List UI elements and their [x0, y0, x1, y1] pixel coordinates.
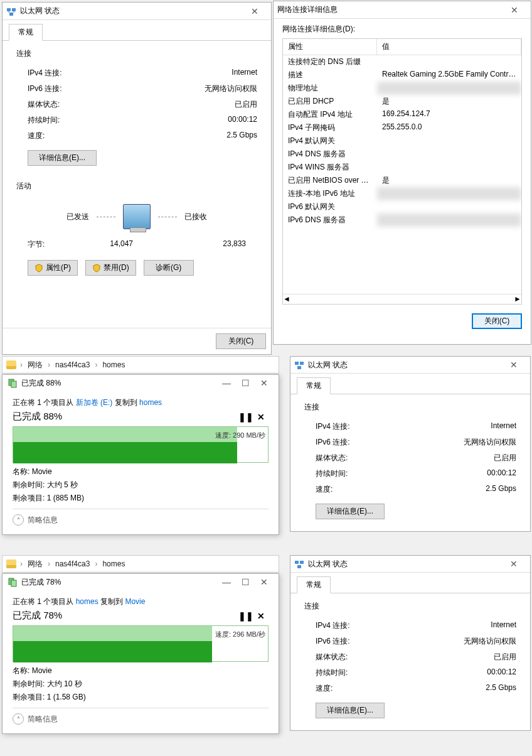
folder-icon [6, 559, 16, 568]
name-row: 名称: Movie [13, 467, 269, 477]
detail-row[interactable]: 自动配置 IPv4 地址169.254.124.7 [283, 108, 521, 121]
copy-description: 正在将 1 个项目从 新加卷 (E:) 复制到 homes [13, 397, 269, 408]
titlebar: 以太网 状态 ✕ [290, 556, 530, 573]
detail-row[interactable]: 连接特定的 DNS 后缀 [283, 55, 521, 68]
detail-row[interactable]: IPv4 子网掩码255.255.0.0 [283, 121, 521, 134]
media-value: 已启用 [176, 99, 257, 110]
detail-row[interactable]: 描述Realtek Gaming 2.5GbE Family Controlle… [283, 68, 521, 82]
properties-button[interactable]: 属性(P) [28, 260, 78, 276]
fewer-details-button[interactable]: ˄ 简略信息 [13, 713, 269, 725]
copy-progress-graph: 速度: 290 MB/秒 [13, 426, 269, 463]
close-icon[interactable]: ✕ [242, 3, 267, 19]
close-icon[interactable]: ✕ [501, 357, 526, 373]
pause-button[interactable]: ❚❚ [238, 412, 253, 422]
detail-row[interactable]: 已启用 NetBIOS over Tc...是 [283, 174, 521, 187]
tab-general[interactable]: 常规 [297, 377, 331, 394]
details-body[interactable]: 连接特定的 DNS 后缀描述Realtek Gaming 2.5GbE Fami… [283, 55, 521, 294]
detail-val [377, 148, 521, 161]
dest-link[interactable]: homes [139, 398, 162, 407]
diagnose-button[interactable]: 诊断(G) [144, 260, 194, 276]
detail-row[interactable]: IPv4 WINS 服务器 [283, 161, 521, 174]
breadcrumb-folder[interactable]: homes [101, 360, 126, 369]
tab-general[interactable]: 常规 [297, 576, 331, 593]
breadcrumb-network[interactable]: 网络 [26, 360, 44, 370]
cancel-button[interactable]: ✕ [253, 412, 269, 422]
window-title: 网络连接详细信息 [277, 4, 502, 15]
titlebar: 网络连接详细信息 ✕ [274, 1, 531, 19]
copy-title: 已完成 78% [21, 577, 217, 588]
details-button[interactable]: 详细信息(E)... [316, 703, 385, 718]
minimize-icon[interactable]: — [217, 577, 236, 587]
breadcrumb-network[interactable]: 网络 [26, 559, 44, 570]
close-icon[interactable]: ✕ [501, 556, 526, 572]
breadcrumb-host[interactable]: nas4f4ca3 [54, 559, 91, 568]
section-connection: 连接 [16, 48, 257, 59]
dest-link[interactable]: Movie [125, 597, 145, 606]
detail-prop: 连接-本地 IPv6 地址 [283, 187, 377, 200]
col-property[interactable]: 属性 [283, 39, 377, 55]
svg-rect-8 [300, 362, 304, 365]
detail-prop: 描述 [283, 68, 377, 82]
speed-value: 2.5 Gbps [435, 683, 516, 694]
details-button[interactable]: 详细信息(E)... [316, 504, 385, 519]
svg-rect-12 [297, 565, 301, 568]
folder-icon [6, 360, 16, 369]
chevron-up-icon: ˄ [13, 514, 24, 526]
breadcrumb-host[interactable]: nas4f4ca3 [54, 360, 91, 369]
activity-diagram: 已发送 已接收 [16, 198, 257, 235]
breadcrumb-folder[interactable]: homes [101, 559, 126, 568]
explorer-breadcrumb-2[interactable]: › 网络 › nas4f4ca3 › homes [2, 555, 279, 573]
completed-text: 已完成 88% [13, 411, 238, 423]
shield-icon [35, 264, 43, 273]
maximize-icon[interactable]: ☐ [236, 577, 255, 587]
copy-icon [8, 378, 18, 388]
details-heading: 网络连接详细信息(D): [274, 19, 531, 38]
svg-rect-6 [11, 580, 16, 586]
detail-row[interactable]: IPv4 默认网关 [283, 134, 521, 148]
ipv6-value: 无网络访问权限 [435, 437, 516, 448]
explorer-breadcrumb-1[interactable]: › 网络 › nas4f4ca3 › homes [2, 356, 279, 374]
detail-row[interactable]: 物理地址████████ [283, 82, 521, 95]
sent-label: 已发送 [66, 212, 89, 222]
speed-label: 速度: 296 MB/秒 [215, 630, 265, 639]
tab-general[interactable]: 常规 [9, 24, 43, 41]
computer-icon [123, 204, 151, 229]
close-icon[interactable]: ✕ [255, 577, 274, 587]
minimize-icon[interactable]: — [217, 378, 236, 388]
details-button[interactable]: 详细信息(E)... [28, 150, 97, 166]
col-value[interactable]: 值 [377, 39, 521, 55]
detail-prop: IPv4 DNS 服务器 [283, 148, 377, 161]
pause-button[interactable]: ❚❚ [238, 611, 253, 621]
close-button[interactable]: 关闭(C) [216, 333, 266, 349]
detail-row[interactable]: 已启用 DHCP是 [283, 95, 521, 108]
duration-label: 持续时间: [316, 667, 435, 678]
detail-row[interactable]: IPv6 DNS 服务器████████ [283, 213, 521, 227]
detail-prop: IPv4 子网掩码 [283, 121, 377, 134]
ipv6-label: IPv6 连接: [28, 84, 176, 94]
close-icon[interactable]: ✕ [502, 2, 527, 18]
name-row: 名称: Movie [13, 666, 269, 676]
ipv4-value: Internet [435, 620, 516, 631]
detail-val: 是 [377, 95, 521, 108]
speed-label: 速度: 290 MB/秒 [215, 431, 265, 440]
close-button[interactable]: 关闭(C) [472, 313, 522, 329]
chevron-up-icon: ˄ [13, 713, 24, 725]
window-title: 以太网 状态 [308, 559, 501, 570]
detail-val: Realtek Gaming 2.5GbE Family Controller [377, 68, 521, 82]
close-icon[interactable]: ✕ [255, 378, 274, 388]
source-link[interactable]: homes [76, 597, 98, 606]
maximize-icon[interactable]: ☐ [236, 378, 255, 388]
detail-row[interactable]: 连接-本地 IPv6 地址████████ [283, 187, 521, 200]
copy-progress-graph: 速度: 296 MB/秒 [13, 625, 269, 662]
detail-row[interactable]: IPv6 默认网关 [283, 200, 521, 213]
media-label: 媒体状态: [316, 453, 435, 463]
copy-icon [8, 577, 18, 587]
detail-row[interactable]: IPv4 DNS 服务器 [283, 148, 521, 161]
detail-val [377, 161, 521, 174]
ipv6-value: 无网络访问权限 [176, 84, 257, 94]
source-link[interactable]: 新加卷 (E:) [76, 398, 113, 407]
fewer-details-button[interactable]: ˄ 简略信息 [13, 514, 269, 526]
cancel-button[interactable]: ✕ [253, 611, 269, 621]
disable-button[interactable]: 禁用(D) [85, 260, 136, 276]
remaining-items-row: 剩余项目: 1 (885 MB) [13, 493, 269, 504]
